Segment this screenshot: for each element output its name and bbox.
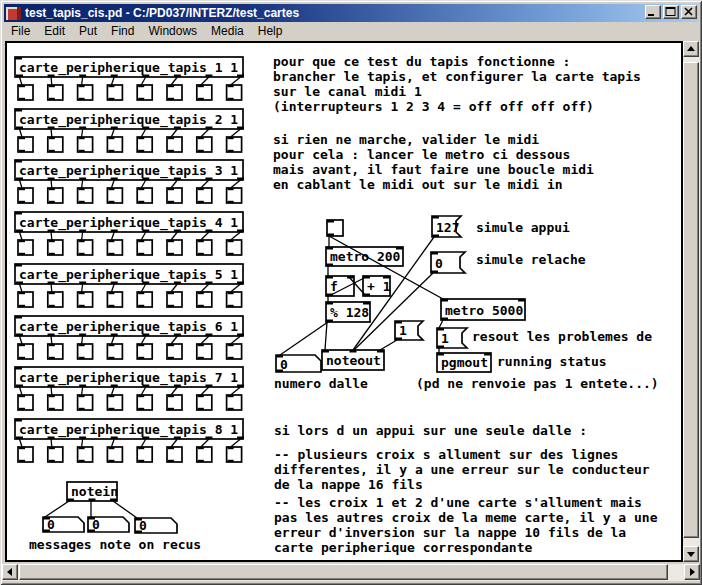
cell-toggle[interactable] (18, 188, 33, 203)
cell-toggle[interactable] (227, 137, 242, 152)
cell-toggle[interactable] (48, 85, 63, 100)
cell-toggle[interactable] (18, 292, 33, 307)
cell-toggle[interactable] (227, 395, 242, 410)
cell-toggle[interactable] (18, 137, 33, 152)
cell-toggle[interactable] (137, 447, 152, 462)
cell-toggle[interactable] (78, 85, 93, 100)
cell-toggle[interactable] (18, 344, 33, 359)
cell-toggle[interactable] (137, 240, 152, 255)
cell-toggle[interactable] (167, 344, 182, 359)
minimize-icon (647, 7, 659, 17)
menu-find[interactable]: Find (104, 23, 141, 39)
cell-toggle[interactable] (78, 292, 93, 307)
minimize-button[interactable] (645, 5, 661, 19)
cell-toggle[interactable] (107, 85, 122, 100)
cell-toggle[interactable] (18, 395, 33, 410)
outlet-nub (49, 253, 55, 255)
cell-toggle[interactable] (167, 395, 182, 410)
cell-toggle[interactable] (197, 137, 212, 152)
cell-toggle[interactable] (107, 292, 122, 307)
cell-toggle[interactable] (18, 85, 33, 100)
maximize-button[interactable] (663, 5, 679, 19)
cell-toggle[interactable] (197, 292, 212, 307)
comment-simule-relache: simule relache (476, 252, 586, 267)
cell-toggle[interactable] (167, 137, 182, 152)
cell-toggle[interactable] (167, 447, 182, 462)
menu-media[interactable]: Media (204, 23, 251, 39)
menu-put[interactable]: Put (72, 23, 104, 39)
cell-toggle[interactable] (78, 137, 93, 152)
cell-toggle[interactable] (227, 85, 242, 100)
cell-toggle[interactable] (107, 395, 122, 410)
cell-toggle[interactable] (197, 188, 212, 203)
cell-toggle[interactable] (48, 344, 63, 359)
cell-toggle[interactable] (78, 188, 93, 203)
cell-toggle[interactable] (167, 240, 182, 255)
cell-toggle[interactable] (167, 292, 182, 307)
patch-cord (20, 336, 23, 344)
scroll-down-button[interactable] (683, 546, 699, 562)
cell-toggle[interactable] (137, 137, 152, 152)
inlet-nub (19, 292, 25, 294)
close-button[interactable] (681, 5, 697, 19)
inlet-nub (79, 137, 85, 139)
cell-toggle[interactable] (107, 344, 122, 359)
cell-toggle[interactable] (167, 188, 182, 203)
cell-toggle[interactable] (227, 188, 242, 203)
scroll-right-button[interactable] (684, 564, 700, 580)
cell-toggle[interactable] (137, 85, 152, 100)
comment-messages-recus: messages note on recus (29, 537, 201, 552)
cell-toggle[interactable] (137, 292, 152, 307)
cell-toggle[interactable] (227, 447, 242, 462)
scroll-up-button[interactable] (683, 41, 699, 57)
vertical-scroll-thumb[interactable] (683, 62, 699, 538)
cell-toggle[interactable] (137, 344, 152, 359)
patch-cord (171, 180, 177, 188)
cell-toggle[interactable] (48, 447, 63, 462)
patch-cord (231, 439, 241, 447)
titlebar[interactable]: test_tapis_cis.pd - C:/PD037/INTERZ/test… (4, 4, 698, 22)
arrow-down-icon (687, 552, 695, 557)
cell-toggle[interactable] (167, 85, 182, 100)
cell-toggle[interactable] (78, 344, 93, 359)
cell-toggle[interactable] (137, 188, 152, 203)
cell-toggle[interactable] (227, 292, 242, 307)
cell-toggle[interactable] (48, 137, 63, 152)
cell-toggle[interactable] (197, 85, 212, 100)
menu-edit[interactable]: Edit (37, 23, 72, 39)
cell-toggle[interactable] (78, 240, 93, 255)
inlet-nub (49, 137, 55, 139)
cell-toggle[interactable] (48, 188, 63, 203)
menu-windows[interactable]: Windows (141, 23, 204, 39)
cell-toggle[interactable] (197, 447, 212, 462)
cell-toggle[interactable] (107, 447, 122, 462)
cell-toggle[interactable] (48, 395, 63, 410)
cell-toggle[interactable] (78, 447, 93, 462)
vertical-scrollbar[interactable] (683, 41, 700, 562)
outlet-nub (395, 338, 402, 341)
cell-toggle[interactable] (197, 240, 212, 255)
outlet-nub (108, 253, 114, 255)
label-obj-notein: notein (71, 484, 118, 499)
scroll-left-button[interactable] (2, 564, 18, 580)
cell-toggle[interactable] (78, 395, 93, 410)
menu-file[interactable]: File (4, 23, 37, 39)
cell-toggle[interactable] (227, 344, 242, 359)
label-obj-mod-128: % 128 (330, 305, 369, 320)
patch-cord (201, 180, 209, 188)
cell-toggle[interactable] (48, 292, 63, 307)
menu-help[interactable]: Help (251, 23, 290, 39)
cell-toggle[interactable] (197, 344, 212, 359)
cell-toggle[interactable] (48, 240, 63, 255)
cell-toggle[interactable] (18, 240, 33, 255)
cell-toggle[interactable] (227, 240, 242, 255)
cell-toggle[interactable] (107, 240, 122, 255)
inlet-nub (108, 447, 114, 449)
cell-toggle[interactable] (107, 188, 122, 203)
cell-toggle[interactable] (197, 395, 212, 410)
horizontal-scrollbar[interactable] (2, 564, 700, 581)
horizontal-scroll-thumb[interactable] (19, 564, 668, 580)
cell-toggle[interactable] (107, 137, 122, 152)
cell-toggle[interactable] (137, 395, 152, 410)
cell-toggle[interactable] (18, 447, 33, 462)
